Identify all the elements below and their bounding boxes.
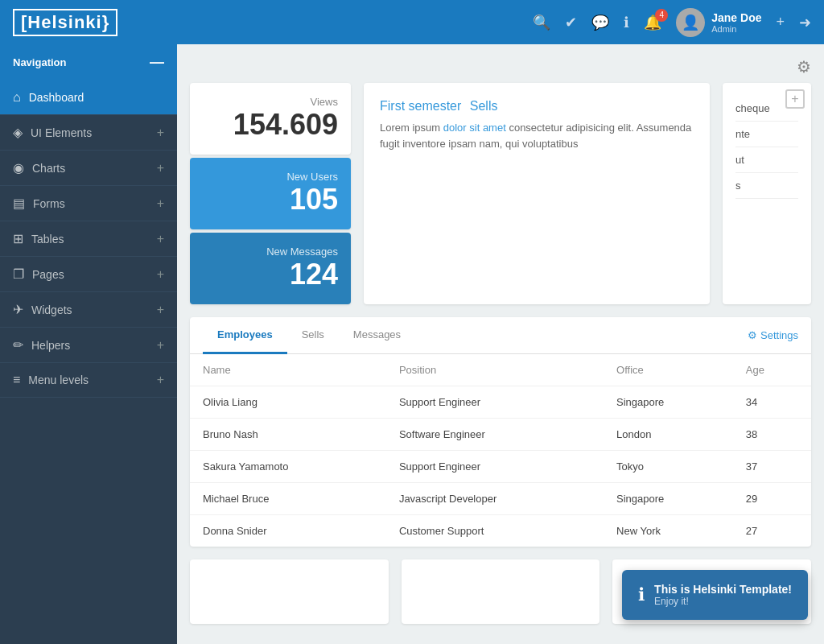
list-item: s [735,173,798,199]
tab-sells[interactable]: Sells [287,317,339,354]
username: Jane Doe [711,11,761,24]
table-row: Sakura YamamotoSupport EngineerTokyo37 [190,451,811,483]
views-value: 154.609 [203,108,338,142]
data-table-section: Employees Sells Messages ⚙ Settings Name… [190,317,811,547]
new-messages-card: New Messages 124 [190,233,351,304]
table-row: Bruno NashSoftware EngineerLondon38 [190,419,811,451]
signout-icon[interactable]: ➜ [799,14,811,31]
col-office: Office [604,354,733,386]
chat-icon[interactable]: 💬 [591,14,609,31]
bell-badge: 4 [655,9,668,22]
sidebar: Navigation — ⌂ Dashboard ◈ UI Elements +… [0,44,177,644]
sidebar-item-tables[interactable]: ⊞ Tables + [0,221,177,257]
employees-table: Name Position Office Age Olivia LiangSup… [190,354,811,547]
list-item: ut [735,147,798,173]
col-name: Name [190,354,386,386]
table-row: Olivia LiangSupport EngineerSingapore34 [190,386,811,419]
widget-card: + cheque nte ut s [723,83,811,304]
toast-subtitle: Enjoy it! [654,596,792,607]
logo: [Helsinki} [13,9,117,36]
charts-icon: ◉ [13,160,24,175]
sidebar-item-label: Charts [32,162,157,175]
top-row: Views 154.609 New Users 105 New Messages… [190,83,811,304]
stats-column: Views 154.609 New Users 105 New Messages… [190,83,351,304]
expand-icon: + [157,267,164,282]
table-tabs: Employees Sells Messages ⚙ Settings [190,317,811,354]
info-box-title: First semester Sells [380,99,694,114]
layout: Navigation — ⌂ Dashboard ◈ UI Elements +… [0,44,824,644]
toast-info-icon: ℹ [638,584,645,605]
tables-icon: ⊞ [13,231,23,246]
sidebar-item-widgets[interactable]: ✈ Widgets + [0,292,177,328]
tab-messages[interactable]: Messages [339,317,415,354]
info-box: First semester Sells Lorem ipsum dolor s… [364,83,710,304]
user-menu[interactable]: 👤 Jane Doe Admin [676,8,761,37]
check-icon[interactable]: ✔ [565,14,577,31]
collapse-button[interactable]: — [150,54,164,71]
sidebar-item-dashboard[interactable]: ⌂ Dashboard [0,80,177,115]
sidebar-item-label: Tables [31,233,157,246]
toast-content: This is Helsinki Template! Enjoy it! [654,583,792,607]
expand-icon: + [157,126,164,140]
settings-gear-icon[interactable]: ⚙ [797,57,811,76]
sidebar-item-ui-elements[interactable]: ◈ UI Elements + [0,115,177,151]
table-row: Michael BruceJavascript DeveloperSingapo… [190,483,811,515]
bottom-card-1 [190,559,389,624]
table-header-row: Name Position Office Age [190,354,811,386]
pages-icon: ❐ [13,266,24,282]
list-item: nte [735,122,798,147]
topbar: [Helsinki} 🔍 ✔ 💬 ℹ 🔔 4 👤 Jane Doe Admin … [0,0,824,44]
menu-levels-icon: ≡ [13,373,20,387]
ui-elements-icon: ◈ [13,125,23,140]
nav-label: Navigation — [0,44,177,80]
new-messages-label: New Messages [203,246,338,258]
col-position: Position [386,354,604,386]
tab-employees[interactable]: Employees [203,317,287,354]
info-box-text: Lorem ipsum dolor sit amet consectetur a… [380,120,694,151]
sidebar-item-charts[interactable]: ◉ Charts + [0,151,177,186]
bell-icon[interactable]: 🔔 4 [644,14,661,31]
expand-icon: + [157,338,164,353]
expand-icon: + [157,161,164,175]
table-settings-button[interactable]: ⚙ Settings [748,329,798,341]
avatar: 👤 [676,8,705,37]
expand-icon: + [157,373,164,387]
topbar-right: 🔍 ✔ 💬 ℹ 🔔 4 👤 Jane Doe Admin + ➜ [533,8,811,37]
sidebar-item-label: Forms [33,197,157,210]
sidebar-item-label: Pages [32,268,157,281]
new-users-card: New Users 105 [190,158,351,229]
views-label: Views [203,96,338,108]
sidebar-item-label: Menu levels [28,374,156,386]
widget-add-button[interactable]: + [785,89,805,109]
new-messages-value: 124 [203,258,338,291]
expand-icon: + [157,303,164,317]
dashboard-icon: ⌂ [13,90,21,105]
expand-icon: + [157,196,164,211]
sidebar-item-label: Widgets [31,303,157,316]
expand-icon: + [157,232,164,246]
toast-notification: ℹ This is Helsinki Template! Enjoy it! [622,570,808,620]
main-content: ⚙ Views 154.609 New Users 105 New Messag… [177,44,824,644]
sidebar-item-label: Dashboard [29,91,164,104]
settings-icon: ⚙ [748,329,757,341]
toast-title: This is Helsinki Template! [654,583,792,596]
user-role: Admin [711,24,761,34]
info-icon[interactable]: ℹ [624,14,629,31]
new-users-value: 105 [203,183,338,217]
sidebar-item-forms[interactable]: ▤ Forms + [0,186,177,221]
sidebar-item-menu-levels[interactable]: ≡ Menu levels + [0,363,177,398]
search-icon[interactable]: 🔍 [533,14,550,31]
user-info: Jane Doe Admin [711,11,761,34]
helpers-icon: ✏ [13,337,23,353]
forms-icon: ▤ [13,196,25,211]
sidebar-item-pages[interactable]: ❐ Pages + [0,257,177,292]
widgets-icon: ✈ [13,302,23,317]
sidebar-item-label: UI Elements [31,126,157,139]
bottom-card-2 [402,559,600,624]
new-users-label: New Users [203,171,338,183]
table-row: Donna SniderCustomer SupportNew York27 [190,515,811,547]
views-card: Views 154.609 [190,83,351,155]
sidebar-item-helpers[interactable]: ✏ Helpers + [0,328,177,363]
add-icon[interactable]: + [776,14,785,31]
col-age: Age [733,354,811,386]
